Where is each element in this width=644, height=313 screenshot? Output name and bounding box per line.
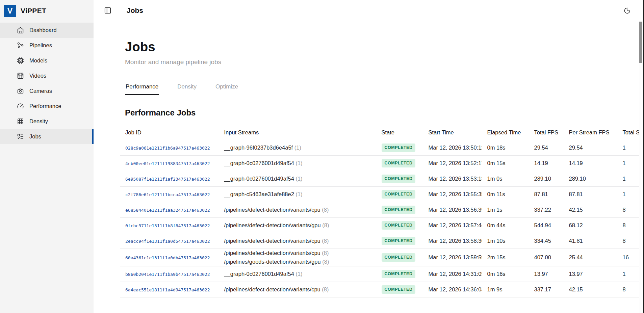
total-fps-cell: 87.81 <box>529 187 564 202</box>
job-id-link[interactable]: 4cb00ee01e1211f1988347517a463022 <box>125 161 210 166</box>
job-id-link[interactable]: 2eacc94f1e1311f1a0d547517a463022 <box>125 239 210 244</box>
stream-count: (8) <box>322 207 329 213</box>
dark-mode-toggle-button[interactable] <box>622 5 633 16</box>
main-content: Jobs Monitor and manage pipeline jobs Pe… <box>94 22 644 313</box>
sidebar-item-label: Jobs <box>29 133 41 140</box>
status-badge: COMPLETED <box>382 175 416 183</box>
job-id-link[interactable]: 60a4361c1e1311f1a0db47517a463022 <box>125 255 210 260</box>
column-header-job-id: Job ID <box>120 125 219 140</box>
scrollbar-thumb[interactable] <box>639 22 642 63</box>
input-streams-cell: /pipelines/defect-detection/variants/gpu… <box>219 218 377 233</box>
start-time-cell: Mar 12, 2026 13:53:13 <box>423 171 482 187</box>
column-header-input-streams: Input Streams <box>219 125 377 140</box>
job-id-link[interactable]: 0fcbc3711e1311f1b8f847517a463022 <box>125 223 210 228</box>
stream-count: (8) <box>322 238 329 244</box>
list-checks-icon <box>17 133 24 140</box>
app-logo: V ViPPET <box>0 0 94 22</box>
total-fps-cell: 334.45 <box>529 233 564 249</box>
stream-path: /pipelines/defect-detection/variants/gpu <box>224 222 323 228</box>
sidebar-item-performance[interactable]: Performance <box>0 99 94 114</box>
sidebar-item-dashboard[interactable]: Dashboard <box>0 23 94 38</box>
sidebar-item-pipelines[interactable]: Pipelines <box>0 38 94 53</box>
start-time-cell: Mar 12, 2026 14:36:03 <box>423 282 482 297</box>
table-row: 4cb00ee01e1211f1988347517a463022__graph-… <box>120 156 644 171</box>
input-streams-cell: __graph-0c0276001d49af54 (1) <box>219 171 377 187</box>
sidebar-item-label: Pipelines <box>29 42 52 49</box>
total-fps-cell: 544.94 <box>529 218 564 233</box>
input-streams-cell: __graph-c5463ae31afe88e2 (1) <box>219 187 377 202</box>
stream-path: __graph-0c0276001d49af54 <box>224 176 296 182</box>
per-stream-fps-cell: 68.12 <box>564 218 618 233</box>
job-id-link[interactable]: 028c9a061e1211f1b6a947517a463022 <box>125 146 210 151</box>
table-row: c2f786e61e1211f1bcca47517a463022__graph-… <box>120 187 644 202</box>
sidebar-item-density[interactable]: Density <box>0 114 94 129</box>
total-fps-cell: 13.97 <box>529 266 564 282</box>
input-streams-cell: __graph-0c0276001d49af54 (1) <box>219 266 377 282</box>
input-streams-cell: /pipelines/defect-detection/variants/cpu… <box>219 202 377 218</box>
status-badge: COMPLETED <box>382 221 416 230</box>
stream-count: (8) <box>322 286 329 292</box>
vertical-scrollbar[interactable] <box>639 22 643 313</box>
column-header-start-time: Start Time <box>423 125 482 140</box>
sidebar-nav: Dashboard Pipelines Models Videos Camera… <box>0 23 94 144</box>
table-row: 0fcbc3711e1311f1b8f847517a463022/pipelin… <box>120 218 644 233</box>
job-id-link[interactable]: 6a4eac551e1811f1a4d947517a463022 <box>125 287 210 292</box>
per-stream-fps-cell: 29.54 <box>564 140 618 156</box>
tab-density[interactable]: Density <box>177 80 197 95</box>
stream-count: (1) <box>294 145 301 151</box>
elapsed-time-cell: 1m 10s <box>482 233 529 249</box>
elapsed-time-cell: 0m 11s <box>482 187 529 202</box>
per-stream-fps-cell: 289.10 <box>564 171 618 187</box>
stream-path: /pipelines/defect-detection/variants/cpu <box>224 207 322 213</box>
start-time-cell: Mar 12, 2026 13:58:36 <box>423 233 482 249</box>
input-streams-cell: __graph-96f0237b3d6e4a5f (1) <box>219 140 377 156</box>
per-stream-fps-cell: 42.15 <box>564 202 618 218</box>
topbar-title: Jobs <box>127 6 143 15</box>
start-time-cell: Mar 12, 2026 13:59:59 <box>423 249 482 266</box>
total-fps-cell: 407.00 <box>529 249 564 266</box>
tab-optimize[interactable]: Optimize <box>215 80 239 95</box>
job-id-link[interactable]: 6e95087f1e1211f1af2347517a463022 <box>125 177 210 182</box>
start-time-cell: Mar 12, 2026 13:57:44 <box>423 218 482 233</box>
sidebar-item-videos[interactable]: Videos <box>0 68 94 83</box>
stream-count: (8) <box>322 250 329 256</box>
tab-performance[interactable]: Performance <box>125 80 159 95</box>
sidebar: V ViPPET Dashboard Pipelines Models Vide… <box>0 0 94 313</box>
table-row: 60a4361c1e1311f1a0db47517a463022/pipelin… <box>120 249 644 266</box>
job-id-link[interactable]: e68584401e1211f1aa3247517a463022 <box>125 208 210 213</box>
elapsed-time-cell: 0m 44s <box>482 218 529 233</box>
sidebar-item-models[interactable]: Models <box>0 53 94 68</box>
stream-count: (1) <box>295 160 302 166</box>
stream-count: (8) <box>322 259 329 265</box>
stream-path: __graph-96f0237b3d6e4a5f <box>224 145 294 151</box>
elapsed-time-cell: 0m 16s <box>482 266 529 282</box>
column-header-state: State <box>377 125 423 140</box>
input-streams-cell: /pipelines/defect-detection/variants/cpu… <box>219 249 377 266</box>
sidebar-item-cameras[interactable]: Cameras <box>0 83 94 99</box>
start-time-cell: Mar 12, 2026 13:56:35 <box>423 202 482 218</box>
sidebar-item-jobs[interactable]: Jobs <box>0 129 94 144</box>
status-badge: COMPLETED <box>382 206 416 214</box>
job-id-link[interactable]: b860b2041e1711f1ba9b47517a463022 <box>125 272 210 277</box>
sidebar-item-label: Dashboard <box>29 27 57 33</box>
status-badge: COMPLETED <box>382 144 416 152</box>
stream-path: /pipelines/defect-detection/variants/cpu <box>224 250 322 256</box>
table-row: 6e95087f1e1211f1af2347517a463022__graph-… <box>120 171 644 187</box>
table-row: e68584401e1211f1aa3247517a463022/pipelin… <box>120 202 644 218</box>
stream-path: /pipelines/defect-detection/variants/cpu <box>224 238 322 244</box>
jobs-table: Job IDInput StreamsStateStart TimeElapse… <box>120 125 644 297</box>
per-stream-fps-cell: 13.97 <box>564 266 618 282</box>
total-fps-cell: 29.54 <box>529 140 564 156</box>
stream-count: (8) <box>322 222 329 228</box>
total-fps-cell: 337.17 <box>529 282 564 297</box>
per-stream-fps-cell: 87.81 <box>564 187 618 202</box>
start-time-cell: Mar 12, 2026 14:31:05 <box>423 266 482 282</box>
column-header-total-fps: Total FPS <box>529 125 564 140</box>
job-id-link[interactable]: c2f786e61e1211f1bcca47517a463022 <box>125 192 210 197</box>
sidebar-toggle-button[interactable] <box>103 5 113 16</box>
chip-icon <box>17 57 24 64</box>
column-header-per-stream-fps: Per Stream FPS <box>564 125 618 140</box>
gauge-icon <box>17 103 24 110</box>
table-row: 028c9a061e1211f1b6a947517a463022__graph-… <box>120 140 644 156</box>
sidebar-item-label: Performance <box>29 103 61 109</box>
